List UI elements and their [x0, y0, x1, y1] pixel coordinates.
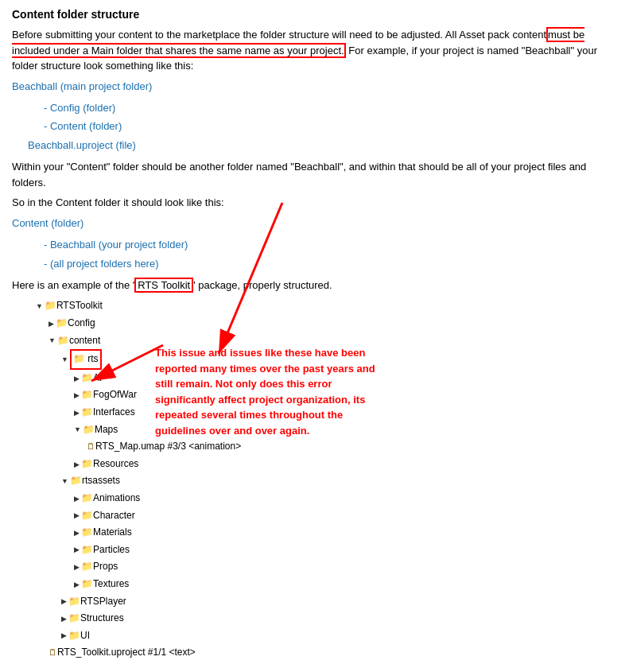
folder-icon: 📁	[81, 558, 93, 576]
folder-icon: 📁	[81, 542, 93, 559]
folder-icon: 📁	[81, 370, 93, 387]
folder-icon: 📁	[68, 593, 80, 611]
tree-item: ▶ 📁 Character	[74, 507, 617, 525]
folder-icon: 📁	[81, 524, 93, 542]
tree-item-label: Props	[93, 558, 118, 576]
rts-toolkit-highlight: RTS Toolkit	[134, 278, 193, 293]
page-title: Content folder structure	[12, 8, 617, 21]
expand-icon: ▶	[74, 561, 80, 573]
tree-item: ▶ 📁 Structures	[61, 610, 617, 627]
uproject-item: Beachball.uproject (file)	[28, 136, 617, 154]
folder-icon: 📁	[81, 490, 93, 507]
folder-icon: 📁	[81, 386, 93, 404]
tree-item-label: RTS_Toolkit.uproject #1/1 <text>	[57, 644, 196, 662]
expand-icon: ▼	[36, 300, 43, 313]
tree-item: ▶ 📁 Particles	[74, 542, 617, 559]
folder-icon: 📁	[81, 576, 93, 593]
folder-icon: 📁	[73, 351, 85, 368]
expand-icon: ▼	[74, 423, 81, 436]
tree-item: ▶ 📁 Config	[49, 315, 617, 332]
folder-icon: 📁	[57, 332, 69, 350]
tree-item-label: AI	[93, 370, 102, 387]
tree-item-label: rts	[85, 351, 99, 368]
tree-item-label: FogOfWar	[93, 386, 137, 404]
expand-icon: ▶	[74, 389, 80, 402]
content-folder-label: Content (folder)	[12, 216, 617, 231]
tree-item-label: content	[69, 332, 100, 350]
expand-icon: ▶	[61, 629, 67, 642]
file-icon: 🗒	[87, 439, 95, 455]
expand-icon: ▶	[74, 406, 80, 419]
tree-wrapper: ▼ 📁 RTSToolkit ▶ 📁 Config ▼ 📁 content ▼	[12, 297, 617, 661]
tree-item: ▶ 📁 Textures	[74, 576, 617, 593]
tree-item-label: Resources	[93, 456, 138, 473]
within-section: Within your "Content" folder should be a…	[12, 159, 617, 190]
expand-icon: ▼	[61, 475, 68, 487]
beachball-sub: - Beachball (your project folder)	[44, 235, 617, 254]
intro-section: Before submitting your content to the ma…	[12, 27, 617, 74]
beachball-section: Beachball (main project folder) - Config…	[12, 79, 617, 155]
tree-item-label: RTS_Map.umap #3/3 <animation>	[95, 438, 241, 456]
folder-icon: 📁	[70, 472, 82, 490]
tree-item: ▶ 📁 Materials	[74, 524, 617, 542]
tree-item: ▼ 📁 rtsassets	[61, 472, 617, 490]
folder-icon: 📁	[68, 627, 80, 645]
content-item: - Content (folder)	[44, 117, 617, 135]
tree-item-label: Textures	[93, 576, 129, 593]
example-paragraph: Here is an example of the 'RTS Toolkit' …	[12, 278, 617, 293]
annotation-text: This issue and issues like these have be…	[155, 345, 394, 438]
folder-icon: 📁	[56, 315, 68, 332]
beachball-label: Beachball (main project folder)	[12, 79, 617, 95]
tree-item-label: RTSPlayer	[80, 593, 126, 611]
so-text: So in the Content folder it should look …	[12, 195, 617, 211]
expand-icon: ▶	[49, 317, 54, 330]
tree-item: ▶ 📁 Resources	[74, 456, 617, 473]
all-folders-item: - (all project folders here)	[44, 254, 617, 273]
tree-item-label: Animations	[93, 490, 140, 507]
expand-icon: ▶	[74, 372, 80, 385]
tree-item-label: UI	[80, 627, 90, 645]
tree-item-label: Config	[68, 315, 95, 332]
tree-item-label: RTSToolkit	[56, 297, 103, 315]
intro-paragraph: Before submitting your content to the ma…	[12, 27, 617, 74]
folder-icon: 📁	[83, 421, 95, 439]
expand-icon: ▼	[49, 334, 56, 347]
tree-item: ▶ 📁 Animations	[74, 490, 617, 507]
tree-item-label: Structures	[80, 610, 124, 627]
expand-icon: ▶	[74, 543, 80, 556]
expand-icon: ▶	[74, 526, 80, 539]
tree-item: ▶ 📁 RTSPlayer	[61, 593, 617, 611]
tree-item: 🗒 RTS_Toolkit.uproject #1/1 <text>	[49, 644, 617, 662]
tree-item-label: Interfaces	[93, 404, 135, 421]
tree-item-label: Materials	[93, 524, 132, 542]
expand-icon: ▶	[74, 509, 80, 522]
rts-highlighted-folder: 📁 rts	[70, 349, 102, 370]
folder-icon: 📁	[81, 404, 93, 421]
content-folder-section: Content (folder) - Beachball (your proje…	[12, 216, 617, 273]
tree-item: ▼ 📁 RTSToolkit	[36, 297, 617, 315]
example-section: Here is an example of the 'RTS Toolkit' …	[12, 278, 617, 293]
tree-item: ▶ 📁 UI	[61, 627, 617, 645]
so-section: So in the Content folder it should look …	[12, 195, 617, 211]
tree-item-label: Character	[93, 507, 135, 525]
tree-item: 🗒 RTS_Map.umap #3/3 <animation>	[87, 438, 617, 456]
folder-icon: 📁	[45, 297, 56, 315]
tree-item-label: Particles	[93, 542, 130, 559]
expand-icon: ▼	[61, 353, 68, 366]
folder-structure-list: - Config (folder) - Content (folder) Bea…	[28, 99, 617, 154]
expand-icon: ▶	[74, 578, 80, 591]
expand-icon: ▶	[61, 595, 67, 608]
folder-icon: 📁	[81, 507, 93, 525]
example-text-after: ' package, properly structured.	[193, 279, 332, 291]
file-icon: 🗒	[49, 645, 57, 661]
folder-icon: 📁	[68, 610, 80, 627]
content-sub-list: - Beachball (your project folder) - (all…	[28, 235, 617, 273]
intro-text: Before submitting your content to the ma…	[12, 29, 546, 41]
tree-item-label: rtsassets	[82, 472, 120, 490]
expand-icon: ▶	[74, 492, 80, 505]
tree-item-label: Maps	[95, 421, 118, 439]
config-item: - Config (folder)	[44, 99, 617, 117]
expand-icon: ▶	[74, 458, 80, 471]
folder-icon: 📁	[81, 456, 93, 473]
within-text: Within your "Content" folder should be a…	[12, 159, 617, 190]
